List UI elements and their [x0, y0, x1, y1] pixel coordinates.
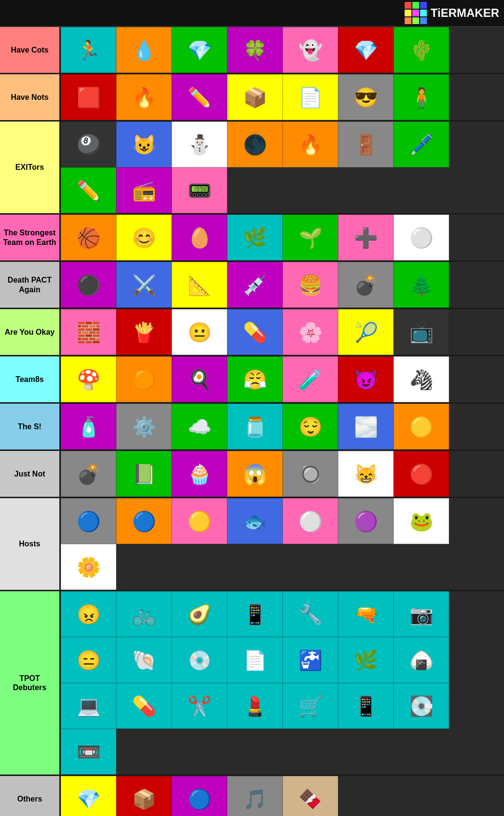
- character-cell: 💧: [116, 27, 172, 73]
- character-emoji: 📟: [188, 181, 212, 200]
- character-cell: 📄: [227, 637, 283, 683]
- tier-row-strongest: The Strongest Team on Earth🏀😊🥚🌿🌱➕⚪: [0, 215, 504, 262]
- character-emoji: 🔥: [132, 88, 156, 107]
- tier-row-tpot: TPOT Debuters😠🚲🥑📱🔧🔫📷😑🐚💿📄🚰🌿🍙💻💊✂️💄🛒📱💽📼: [0, 591, 504, 776]
- character-cell: ⚙️: [116, 404, 172, 449]
- character-emoji: 🥑: [188, 605, 212, 624]
- tier-content-others: 💎📦🔵🎵🍫: [61, 776, 504, 816]
- character-emoji: 🌑: [243, 135, 267, 154]
- tier-row-the-si: The S!🧴⚙️☁️🫙😌🌫️🟡: [0, 404, 504, 451]
- character-emoji: 💎: [188, 41, 212, 60]
- character-cell: 🖊️: [394, 122, 449, 167]
- character-emoji: 🍀: [243, 41, 267, 60]
- character-emoji: 🧪: [299, 370, 323, 389]
- character-cell: 🔵: [116, 498, 172, 544]
- character-emoji: 😠: [77, 605, 101, 624]
- character-cell: 🧍: [394, 74, 449, 120]
- character-emoji: 😑: [77, 651, 101, 670]
- character-cell: 😑: [61, 637, 116, 683]
- tier-content-tpot: 😠🚲🥑📱🔧🔫📷😑🐚💿📄🚰🌿🍙💻💊✂️💄🛒📱💽📼: [61, 591, 504, 775]
- character-emoji: 🟡: [409, 417, 434, 436]
- character-cell: 🛒: [283, 683, 338, 729]
- tier-label-are-you-okay: Are You Okay: [0, 309, 61, 355]
- character-cell: 🦓: [394, 356, 449, 402]
- tier-label-hosts: Hosts: [0, 498, 61, 590]
- character-cell: ☁️: [172, 404, 227, 449]
- character-emoji: 😺: [132, 135, 156, 154]
- character-cell: 🚰: [283, 637, 338, 683]
- character-emoji: 🔫: [354, 605, 378, 624]
- character-emoji: 🔥: [299, 135, 323, 154]
- character-cell: 🌲: [394, 262, 449, 308]
- character-emoji: ✏️: [77, 181, 101, 200]
- character-cell: 🧪: [283, 356, 338, 402]
- character-emoji: 🐸: [409, 512, 434, 531]
- character-cell: 📷: [394, 591, 449, 637]
- character-cell: 📱: [338, 683, 394, 729]
- character-emoji: 🌼: [77, 558, 101, 577]
- character-cell: 💎: [61, 776, 116, 816]
- character-cell: ⚪: [283, 498, 338, 544]
- tier-content-death-pact: ⚫⚔️📐💉🍔💣🌲: [61, 262, 504, 308]
- character-cell: 🔵: [172, 776, 227, 816]
- character-emoji: ⚫: [77, 275, 101, 295]
- character-emoji: 🟣: [354, 512, 378, 531]
- tier-row-have-cots: Have Cots🏃💧💎🍀👻💎🌵: [0, 27, 504, 74]
- character-emoji: 🔵: [77, 512, 101, 531]
- character-emoji: 💻: [77, 696, 101, 716]
- character-emoji: 📐: [188, 275, 212, 295]
- character-emoji: 🌸: [299, 323, 323, 342]
- character-cell: 💻: [61, 683, 116, 729]
- tier-row-hosts: Hosts🔵🔵🟡🐟⚪🟣🐸🌼: [0, 498, 504, 591]
- character-emoji: 🧍: [409, 88, 434, 107]
- tier-content-exitors: 🎱😺⛄🌑🔥🚪🖊️✏️📻📟: [61, 122, 504, 213]
- character-cell: 🍳: [172, 356, 227, 402]
- character-emoji: 💧: [132, 41, 156, 60]
- character-emoji: 🔵: [132, 512, 156, 531]
- character-emoji: 💎: [354, 41, 378, 60]
- character-cell: 🌸: [283, 309, 338, 355]
- character-emoji: 🛒: [299, 696, 323, 716]
- character-emoji: 🟠: [132, 370, 156, 389]
- character-cell: 💉: [227, 262, 283, 308]
- character-cell: 💽: [394, 683, 449, 729]
- character-emoji: 🚪: [354, 135, 378, 154]
- tier-row-others: Others💎📦🔵🎵🍫: [0, 776, 504, 816]
- character-emoji: ☁️: [188, 417, 212, 436]
- character-cell: 🥚: [172, 215, 227, 260]
- character-emoji: 💎: [77, 789, 101, 809]
- character-cell: 🚪: [338, 122, 394, 167]
- character-cell: ⚫: [61, 262, 116, 308]
- character-emoji: ⚔️: [132, 275, 156, 295]
- tier-content-strongest: 🏀😊🥚🌿🌱➕⚪: [61, 215, 504, 260]
- character-cell: 🍔: [283, 262, 338, 308]
- character-emoji: 🐟: [243, 512, 267, 531]
- character-cell: 🌼: [61, 544, 116, 590]
- tier-label-tpot: TPOT Debuters: [0, 591, 61, 775]
- character-emoji: 🔧: [299, 605, 323, 624]
- character-cell: 📟: [172, 167, 227, 213]
- character-cell: 🎱: [61, 122, 116, 167]
- character-emoji: 🌫️: [354, 417, 378, 436]
- tier-content-just-not: 💣📗🧁😱🔘😸🔴: [61, 451, 504, 497]
- character-emoji: 📺: [409, 323, 434, 342]
- character-cell: 🍙: [394, 637, 449, 683]
- character-emoji: 💽: [409, 696, 434, 716]
- character-emoji: 🎵: [243, 789, 267, 809]
- character-emoji: 🦓: [409, 370, 434, 389]
- character-emoji: ➕: [354, 228, 378, 247]
- character-cell: 🟠: [116, 356, 172, 402]
- character-cell: 🎵: [227, 776, 283, 816]
- character-emoji: 🔴: [409, 464, 434, 484]
- character-emoji: 😌: [299, 417, 323, 436]
- character-emoji: 💊: [243, 323, 267, 342]
- character-cell: 😸: [338, 451, 394, 497]
- character-cell: ✂️: [172, 683, 227, 729]
- character-emoji: 🌵: [409, 41, 434, 60]
- tier-row-exitors: EXITors🎱😺⛄🌑🔥🚪🖊️✏️📻📟: [0, 122, 504, 215]
- character-emoji: 🚰: [299, 651, 323, 670]
- character-cell: 🚲: [116, 591, 172, 637]
- character-cell: 🔥: [116, 74, 172, 120]
- character-cell: 😌: [283, 404, 338, 449]
- character-emoji: 📦: [132, 789, 156, 809]
